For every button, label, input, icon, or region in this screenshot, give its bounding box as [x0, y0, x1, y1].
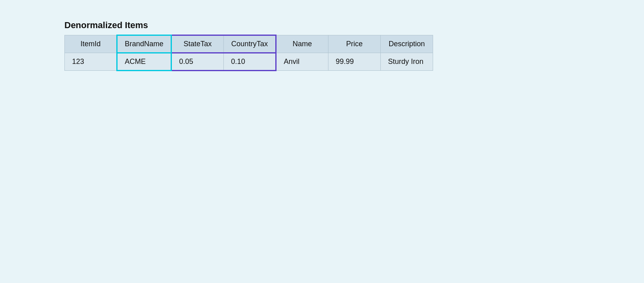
- table-row: 123 ACME 0.05 0.10 Anvil 99.99 Sturdy Ir…: [65, 53, 433, 71]
- col-header-itemid: ItemId: [65, 35, 117, 53]
- cell-price: 99.99: [328, 53, 381, 71]
- cell-description: Sturdy Iron: [381, 53, 433, 71]
- cell-brandname: ACME: [117, 53, 171, 71]
- cell-itemid: 123: [65, 53, 117, 71]
- col-header-countrytax: CountryTax: [224, 35, 276, 53]
- cell-countrytax: 0.10: [224, 53, 276, 71]
- table-title: Denormalized Items: [64, 20, 580, 31]
- col-header-statetax: StateTax: [171, 35, 224, 53]
- cell-statetax: 0.05: [171, 53, 224, 71]
- data-table: ItemId BrandName StateTax CountryTax Nam…: [64, 35, 433, 71]
- cell-name: Anvil: [276, 53, 328, 71]
- col-header-brandname: BrandName: [117, 35, 171, 53]
- col-header-price: Price: [328, 35, 381, 53]
- page-container: Denormalized Items ItemId BrandName Stat…: [0, 0, 644, 91]
- col-header-name: Name: [276, 35, 328, 53]
- table-header-row: ItemId BrandName StateTax CountryTax Nam…: [65, 35, 433, 53]
- col-header-description: Description: [381, 35, 433, 53]
